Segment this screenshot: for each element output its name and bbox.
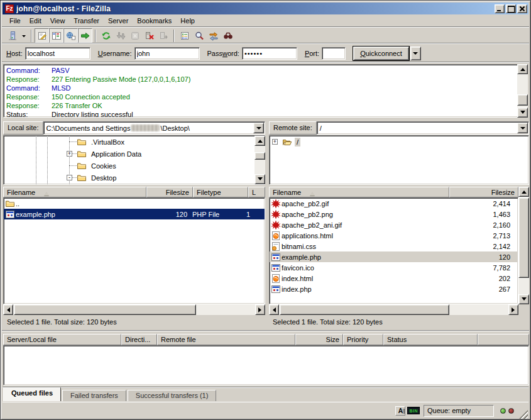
directory-comparison-button[interactable] [192,28,206,43]
favicon.ico[interactable]: favicon.ico7,782 [270,262,518,273]
menu-file[interactable]: File [5,16,25,26]
site-manager-button[interactable] [5,28,19,43]
expander-icon[interactable] [67,175,72,180]
column-header[interactable]: Server/Local file [3,334,121,345]
binary-data-type-icon[interactable]: BIN [407,407,420,414]
local-tree-scrollbar[interactable] [255,136,265,184]
local-site-combo[interactable]: C:\Documents and Settings\Desktop\ [43,121,265,135]
column-header[interactable]: Filesize [449,187,518,197]
..[interactable]: .. [4,198,265,209]
menu-item-label: Transfer [74,17,99,25]
column-header[interactable]: L [248,187,265,197]
example.php[interactable]: example.php120 [270,251,518,262]
index.html[interactable]: index.html202 [270,273,518,284]
expander-icon[interactable] [67,151,72,157]
remote-list-hscrollbar[interactable] [269,304,518,315]
bitnami.css[interactable]: bitnami.css2,142 [270,241,518,251]
reconnect-button[interactable] [156,28,171,43]
password-input[interactable] [242,47,297,60]
tree-item-label: Application Data [89,150,143,158]
scroll-down-button[interactable] [517,108,528,118]
column-header[interactable]: Priority [343,334,383,345]
tree-item[interactable]: Application Data [4,148,265,160]
file-size: 2,414 [450,200,515,207]
remote-site-dropdown[interactable] [517,123,528,133]
applications.html[interactable]: applications.html2,713 [270,230,518,241]
log-scrollbar[interactable] [517,64,528,118]
quickconnect-button[interactable]: Quickconnect [353,47,409,60]
maximize-button[interactable] [506,4,516,13]
process-queue-button[interactable] [113,28,128,43]
scroll-left-button[interactable] [269,304,279,315]
apache_pb2.png[interactable]: apache_pb2.png1,463 [270,209,518,219]
column-header[interactable]: Directi... [121,334,157,345]
tree-item[interactable]: .VirtualBox [4,136,265,148]
scroll-thumb[interactable] [280,304,449,315]
scroll-up-button[interactable] [518,187,529,197]
scroll-up-button[interactable] [255,136,265,146]
tree-item[interactable]: Cookies [4,160,265,172]
menu-edit[interactable]: Edit [25,16,46,26]
column-header[interactable]: Filename [269,187,449,197]
disconnect-button[interactable] [142,28,156,43]
minimize-button[interactable] [495,4,505,13]
column-header[interactable]: Filesize [146,187,193,197]
column-header[interactable] [478,334,529,345]
toggle-queue-button[interactable] [78,28,92,43]
local-site-dropdown[interactable] [253,123,264,133]
toggle-log-button[interactable] [35,28,49,43]
scroll-left-button[interactable] [3,304,13,315]
tab-queued-files[interactable]: Queued files [3,387,61,401]
ascii-data-type-icon[interactable]: A [395,406,405,416]
scroll-right-button[interactable] [508,304,518,315]
tab-successful-transfers[interactable]: Successful transfers (1) [128,390,217,401]
port-input[interactable] [322,47,346,60]
expander-icon[interactable] [272,139,278,145]
menu-help[interactable]: Help [176,16,199,26]
tree-item[interactable]: Desktop [4,172,265,184]
synchronized-browsing-button[interactable] [206,28,221,43]
local-list-hscrollbar[interactable] [3,304,265,315]
refresh-button[interactable] [99,28,113,43]
toggle-local-tree-button[interactable] [49,28,63,43]
host-input[interactable] [25,47,90,60]
transfer-queue-list[interactable] [3,345,529,385]
menu-server[interactable]: Server [104,16,133,26]
cancel-operation-button[interactable] [128,28,142,43]
find-files-button[interactable] [221,28,235,43]
apache_pb2.gif[interactable]: apache_pb2.gif2,414 [270,198,518,209]
close-button[interactable] [517,4,527,13]
scroll-thumb[interactable] [518,197,529,278]
scroll-up-button[interactable] [517,64,528,74]
username-input[interactable] [134,47,200,60]
index.php[interactable]: index.php267 [270,284,518,294]
column-header[interactable]: Filename [3,187,146,197]
remote-site-combo[interactable]: / [317,121,529,135]
menu-view[interactable]: View [46,16,70,26]
scroll-thumb[interactable] [14,304,196,315]
example.php[interactable]: example.php120PHP File1 [4,209,265,219]
column-header[interactable]: Filetype [193,187,248,197]
column-header[interactable]: Size [295,334,343,345]
toggle-remote-tree-button[interactable] [63,28,78,43]
menu-bar: FileEditViewTransferServerBookmarksHelp [3,14,528,26]
scroll-thumb[interactable] [255,152,265,160]
quickconnect-dropdown[interactable] [410,47,421,60]
site-manager-dropdown[interactable] [19,28,28,43]
file-name: apache_pb2.png [282,211,450,218]
column-header[interactable]: Status [383,334,478,345]
apache_pb2_ani.gif[interactable]: apache_pb2_ani.gif2,160 [270,219,518,230]
scroll-thumb[interactable] [517,94,528,106]
remote-list-scrollbar[interactable] [518,187,529,304]
tab-failed-transfers[interactable]: Failed transfers [62,390,126,401]
filter-button[interactable] [177,28,192,43]
scroll-down-button[interactable] [255,174,265,184]
title-bar[interactable]: Fz john@localhost - FileZilla [3,3,528,14]
scroll-right-button[interactable] [255,304,265,315]
column-header[interactable]: Remote file [157,334,295,345]
tree-item[interactable]: / [270,136,528,148]
menu-bookmarks[interactable]: Bookmarks [133,16,176,26]
resize-grip[interactable] [519,410,528,419]
menu-transfer[interactable]: Transfer [69,16,104,26]
scroll-down-button[interactable] [518,294,529,304]
